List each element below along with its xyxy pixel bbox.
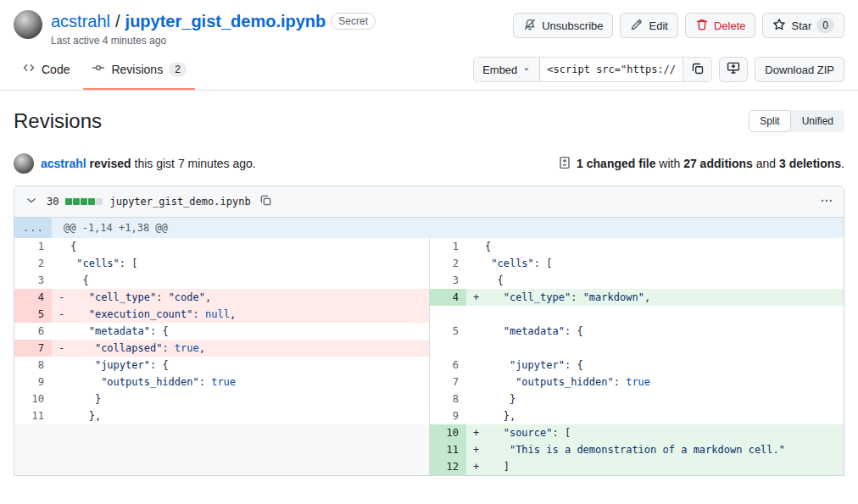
embed-dropdown-label: Embed	[482, 64, 517, 76]
code-token	[485, 359, 510, 371]
file-name: jupyter_gist_demo.ipynb	[109, 196, 250, 208]
revision-avatar[interactable]	[14, 153, 34, 174]
diff-right-code: "metadata": {	[466, 323, 844, 340]
diff-right-line-number	[429, 340, 466, 357]
embed-url-input[interactable]	[540, 58, 682, 81]
code-token: ,	[199, 342, 205, 354]
code-token: :	[193, 308, 205, 320]
edit-button[interactable]: Edit	[620, 13, 677, 38]
diff-left-line-number: 9	[14, 374, 52, 390]
code-token: {	[70, 241, 76, 252]
code-token: : {	[150, 325, 169, 337]
tab-code[interactable]: Code	[14, 50, 78, 90]
code-token: ,	[230, 308, 236, 320]
diff-right-code	[466, 340, 844, 357]
code-token: "This is a demonstration of a markdown c…	[510, 444, 785, 456]
star-icon	[772, 18, 786, 34]
code-token	[70, 308, 89, 320]
diff-left-code: "cells": [	[52, 255, 429, 272]
unsubscribe-button[interactable]: Unsubscribe	[513, 13, 613, 38]
diff-left-code: },	[52, 407, 429, 424]
code-token	[485, 376, 515, 388]
revision-author-link[interactable]: acstrahl	[41, 157, 86, 170]
code-token: : [	[120, 258, 138, 269]
diff-left-code	[52, 424, 429, 441]
delete-button[interactable]: Delete	[685, 13, 756, 38]
desktop-download-button[interactable]	[719, 57, 748, 82]
code-token: true	[211, 376, 236, 388]
star-button[interactable]: Star 0	[762, 13, 844, 38]
diff-left-line-number	[14, 441, 52, 458]
code-token: },	[485, 410, 515, 422]
star-count[interactable]: 0	[816, 18, 834, 33]
diff-row: 5- "execution_count": null,	[14, 306, 844, 323]
tab-revisions[interactable]: Revisions 2	[83, 50, 194, 90]
code-token: "outputs_hidden"	[101, 376, 199, 388]
diff-row: 10+ "source": [	[14, 424, 844, 441]
code-token: :	[571, 291, 582, 303]
code-token: "source"	[504, 427, 553, 439]
diff-left-line-number: 1	[14, 238, 52, 255]
diff-left-code	[52, 458, 429, 475]
diff-left-line-number: 3	[14, 272, 52, 289]
code-token: "metadata"	[89, 325, 150, 337]
diff-left-code: {	[52, 238, 429, 255]
code-token: "markdown"	[583, 291, 644, 303]
pencil-icon	[630, 18, 644, 34]
code-token	[70, 342, 95, 354]
diff-marker: +	[473, 458, 485, 475]
code-token: : [	[534, 258, 553, 269]
title-separator: /	[115, 10, 120, 32]
diff-left-line-number: 10	[14, 390, 52, 407]
embed-dropdown[interactable]: Embed	[474, 58, 540, 81]
user-avatar[interactable]	[14, 10, 42, 39]
edit-label: Edit	[649, 19, 667, 32]
file-header: 30 jupyter_gist_demo.ipynb	[14, 186, 844, 218]
summary-additions: 27 additions	[683, 157, 753, 170]
desktop-download-icon	[727, 61, 740, 78]
diff-left-line-number: 4	[14, 289, 52, 306]
diff-row: 6 "metadata": {5 "metadata": {	[14, 323, 844, 340]
file-changes-count: 30	[47, 196, 58, 208]
diff-marker: +	[473, 424, 485, 441]
file-options-button[interactable]	[818, 192, 835, 212]
code-token: }	[70, 393, 101, 405]
diff-right-code	[466, 306, 844, 323]
code-token: :	[162, 342, 174, 354]
diff-marker: -	[58, 306, 70, 323]
page-title: Revisions	[14, 109, 102, 133]
diff-right-code: "cells": [	[466, 255, 844, 272]
code-token: },	[70, 410, 101, 422]
embed-group: Embed	[473, 57, 712, 82]
expand-hunk-button[interactable]: ...	[14, 218, 52, 238]
unified-toggle[interactable]: Unified	[791, 110, 844, 132]
diff-right-code: "jupyter": {	[466, 357, 844, 374]
diff-left-line-number: 7	[14, 340, 52, 357]
trash-icon	[695, 18, 709, 34]
download-zip-button[interactable]: Download ZIP	[755, 57, 844, 82]
diff-row: 7- "collapsed": true,	[14, 340, 844, 357]
diff-row: 3 {3 {	[14, 272, 844, 289]
diff-right-code: + "source": [	[466, 424, 844, 441]
code-token: {	[485, 274, 504, 286]
download-zip-label: Download ZIP	[765, 64, 834, 76]
code-token: :	[199, 376, 211, 388]
copy-embed-button[interactable]	[682, 58, 711, 82]
diff-marker: +	[473, 441, 485, 458]
owner-link[interactable]: acstrahl	[51, 10, 110, 32]
collapse-file-button[interactable]	[23, 192, 40, 212]
summary-changed-files: 1 changed file	[577, 157, 655, 170]
code-token: {	[70, 274, 89, 286]
gist-name-link[interactable]: jupyter_gist_demo.ipynb	[125, 10, 326, 32]
copy-filename-button[interactable]	[258, 192, 274, 211]
diff-right-line-number: 6	[429, 357, 466, 374]
diff-left-line-number: 5	[14, 306, 52, 323]
split-toggle[interactable]: Split	[749, 110, 790, 132]
code-token: : {	[565, 359, 583, 371]
diff-card: 30 jupyter_gist_demo.ipynb ... @@ -1,14 …	[14, 186, 844, 476]
diffstat-blocks	[65, 198, 103, 205]
diff-right-line-number: 9	[429, 407, 466, 424]
code-token: "cell_type"	[89, 291, 156, 303]
tab-revisions-label: Revisions	[111, 63, 163, 76]
summary-period: .	[841, 157, 844, 170]
